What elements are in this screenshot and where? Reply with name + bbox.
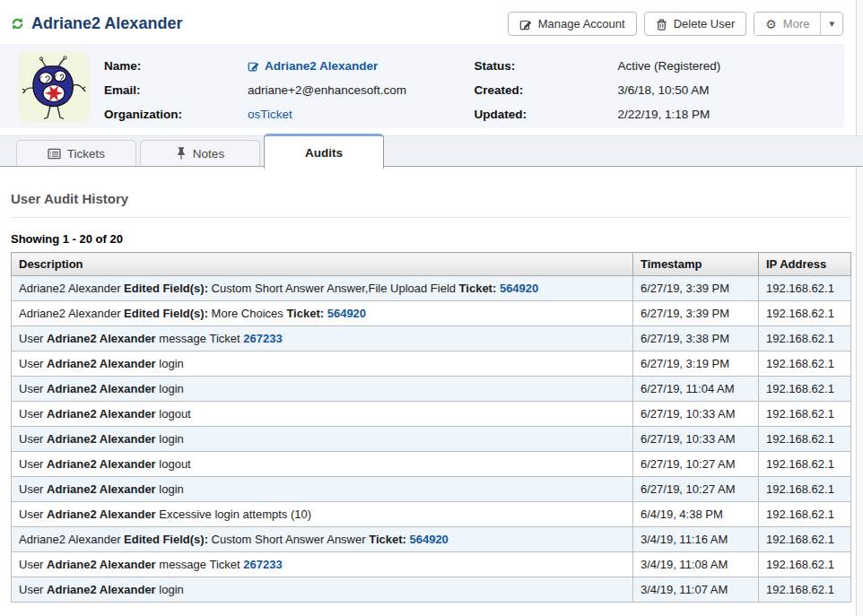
- description-cell: User Adriane2 Alexander login: [12, 351, 633, 377]
- tab-tickets-label: Tickets: [67, 147, 105, 161]
- name-label: Name:: [104, 59, 248, 73]
- list-icon: [48, 148, 61, 160]
- tab-notes-label: Notes: [193, 147, 224, 161]
- timestamp-cell: 6/27/19, 10:33 AM: [633, 427, 759, 452]
- timestamp-cell: 6/27/19, 3:19 PM: [633, 351, 759, 377]
- manage-account-button[interactable]: Manage Account: [508, 12, 637, 36]
- column-header-timestamp: Timestamp: [633, 253, 759, 276]
- table-row: User Adriane2 Alexander login6/27/19, 3:…: [12, 351, 851, 377]
- timestamp-cell: 3/4/19, 11:07 AM: [633, 577, 759, 603]
- more-dropdown-caret[interactable]: ▾: [820, 13, 842, 35]
- table-row: User Adriane2 Alexander login6/27/19, 10…: [12, 427, 851, 452]
- ip-address-cell: 192.168.62.1: [759, 577, 851, 603]
- tab-notes[interactable]: Notes: [140, 140, 260, 166]
- organization-link[interactable]: osTicket: [248, 108, 292, 121]
- timestamp-cell: 6/27/19, 11:04 AM: [633, 377, 759, 402]
- user-profile-panel: Name: Adriane2 Alexander Email: adriane+…: [0, 44, 844, 128]
- column-header-ip: IP Address: [759, 253, 851, 276]
- table-row: User Adriane2 Alexander Excessive login …: [12, 502, 851, 527]
- tab-bar: Tickets Notes Audits: [0, 135, 863, 167]
- monster-avatar-image: [18, 51, 90, 123]
- email-label: Email:: [104, 83, 248, 97]
- description-cell: User Adriane2 Alexander login: [12, 377, 633, 402]
- ticket-link[interactable]: 564920: [500, 282, 538, 295]
- table-row: Adriane2 Alexander Edited Field(s): More…: [12, 301, 851, 326]
- description-cell: User Adriane2 Alexander Excessive login …: [12, 502, 633, 527]
- ticket-link[interactable]: 267233: [243, 558, 282, 571]
- audit-history-heading: User Audit History: [11, 191, 852, 206]
- timestamp-cell: 3/4/19, 11:16 AM: [633, 527, 759, 552]
- description-cell: User Adriane2 Alexander login: [12, 577, 633, 603]
- ip-address-cell: 192.168.62.1: [759, 452, 851, 477]
- status-value: Active (Registered): [618, 59, 721, 73]
- edit-icon: [248, 60, 259, 72]
- description-cell: User Adriane2 Alexander login: [12, 477, 633, 502]
- organization-label: Organization:: [104, 108, 248, 121]
- ip-address-cell: 192.168.62.1: [759, 351, 851, 377]
- user-name-link[interactable]: Adriane2 Alexander: [265, 59, 378, 73]
- ip-address-cell: 192.168.62.1: [759, 377, 851, 402]
- heading-divider: [11, 217, 850, 218]
- more-button[interactable]: ⚙ More: [754, 13, 820, 35]
- audit-table: Description Timestamp IP Address Adriane…: [11, 252, 851, 603]
- table-row: User Adriane2 Alexander logout6/27/19, 1…: [12, 402, 851, 427]
- ip-address-cell: 192.168.62.1: [759, 301, 851, 326]
- table-row: User Adriane2 Alexander login3/4/19, 11:…: [12, 577, 851, 603]
- page-header: Adriane2 Alexander Manage Account Del: [0, 0, 863, 43]
- tab-audits-label: Audits: [305, 146, 343, 160]
- ip-address-cell: 192.168.62.1: [759, 502, 851, 527]
- ticket-link[interactable]: 564920: [409, 533, 448, 546]
- pagination-summary: Showing 1 - 20 of 20: [11, 232, 852, 246]
- manage-account-label: Manage Account: [538, 17, 625, 30]
- created-label: Created:: [475, 83, 618, 97]
- pin-icon: [176, 147, 187, 160]
- created-value: 3/6/18, 10:50 AM: [618, 83, 710, 97]
- description-cell: Adriane2 Alexander Edited Field(s): Cust…: [12, 527, 633, 552]
- ip-address-cell: 192.168.62.1: [759, 276, 851, 301]
- profile-fields: Name: Adriane2 Alexander Email: adriane+…: [90, 51, 844, 122]
- description-cell: User Adriane2 Alexander logout: [12, 402, 633, 427]
- timestamp-cell: 6/4/19, 4:38 PM: [633, 502, 759, 527]
- audit-table-body: Adriane2 Alexander Edited Field(s): Cust…: [12, 276, 851, 603]
- timestamp-cell: 6/27/19, 10:27 AM: [633, 477, 759, 502]
- table-row: User Adriane2 Alexander login6/27/19, 10…: [12, 477, 851, 502]
- more-label: More: [783, 17, 810, 30]
- table-row: User Adriane2 Alexander login6/27/19, 11…: [12, 377, 851, 402]
- table-row: User Adriane2 Alexander message Ticket 2…: [12, 552, 851, 577]
- ticket-link[interactable]: 564920: [327, 307, 366, 320]
- table-row: User Adriane2 Alexander message Ticket 2…: [12, 326, 851, 351]
- column-header-description: Description: [12, 253, 633, 276]
- timestamp-cell: 3/4/19, 11:08 AM: [633, 552, 759, 577]
- table-row: Adriane2 Alexander Edited Field(s): Cust…: [12, 527, 851, 552]
- delete-user-label: Delete User: [674, 17, 736, 30]
- chevron-down-icon: ▾: [829, 18, 834, 29]
- ticket-link[interactable]: 267233: [243, 332, 282, 345]
- timestamp-cell: 6/27/19, 3:38 PM: [633, 326, 759, 351]
- page-title: Adriane2 Alexander: [11, 14, 182, 33]
- timestamp-cell: 6/27/19, 3:39 PM: [633, 301, 759, 326]
- timestamp-cell: 6/27/19, 10:27 AM: [633, 452, 759, 477]
- page-title-text: Adriane2 Alexander: [31, 14, 182, 33]
- status-label: Status:: [475, 59, 618, 73]
- table-row: User Adriane2 Alexander logout6/27/19, 1…: [12, 452, 851, 477]
- ip-address-cell: 192.168.62.1: [759, 527, 851, 552]
- audit-table-header: Description Timestamp IP Address: [12, 253, 851, 276]
- description-cell: Adriane2 Alexander Edited Field(s): Cust…: [12, 276, 633, 301]
- description-cell: User Adriane2 Alexander message Ticket 2…: [12, 326, 633, 351]
- description-cell: User Adriane2 Alexander message Ticket 2…: [12, 552, 633, 577]
- tab-audits[interactable]: Audits: [264, 134, 384, 169]
- ip-address-cell: 192.168.62.1: [759, 427, 851, 452]
- ip-address-cell: 192.168.62.1: [759, 477, 851, 502]
- description-cell: User Adriane2 Alexander login: [12, 427, 633, 452]
- delete-user-button[interactable]: Delete User: [644, 12, 747, 36]
- header-actions: Manage Account Delete User ⚙ More ▾: [508, 12, 843, 36]
- refresh-icon: [11, 17, 24, 30]
- avatar: [18, 51, 90, 123]
- gear-icon: ⚙: [765, 18, 777, 30]
- edit-icon: [519, 18, 532, 30]
- ip-address-cell: 192.168.62.1: [759, 326, 851, 351]
- description-cell: Adriane2 Alexander Edited Field(s): More…: [12, 301, 633, 326]
- vertical-scrollbar[interactable]: [856, 0, 863, 616]
- tab-tickets[interactable]: Tickets: [16, 140, 136, 166]
- profile-left-column: Name: Adriane2 Alexander Email: adriane+…: [104, 54, 475, 122]
